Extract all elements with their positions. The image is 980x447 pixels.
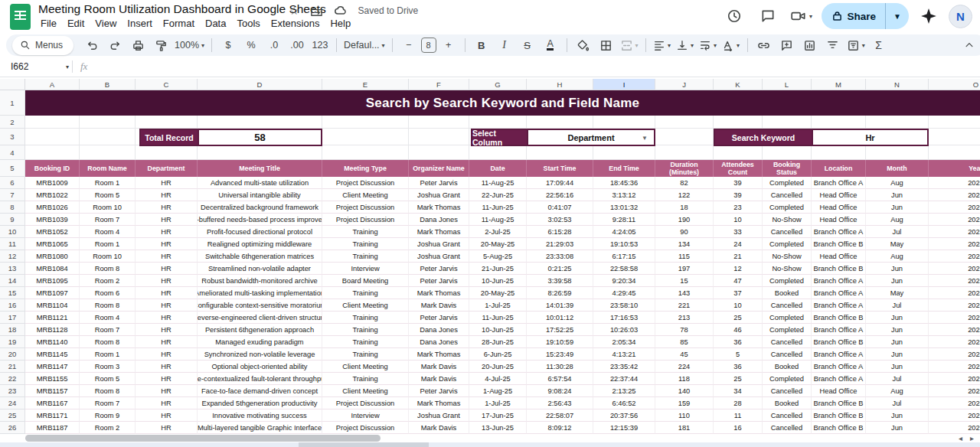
cell[interactable]: 6:46:52: [593, 397, 655, 409]
cell[interactable]: Room 6: [80, 287, 136, 299]
cell[interactable]: Training: [322, 348, 409, 361]
cell[interactable]: 13:01:32: [593, 201, 655, 214]
undo-button[interactable]: [81, 36, 103, 54]
cell[interactable]: Jun: [866, 336, 929, 348]
cell[interactable]: Branch Office B: [812, 397, 866, 409]
cell[interactable]: Cancelled: [763, 336, 812, 348]
cell[interactable]: No-Show: [763, 214, 812, 226]
column-header-C[interactable]: C: [136, 79, 198, 90]
italic-button[interactable]: I: [494, 36, 515, 54]
table-header-attendees-count[interactable]: Attendees Count: [714, 160, 763, 177]
cell[interactable]: Jul: [866, 397, 929, 409]
cell[interactable]: 2:13:25: [593, 385, 655, 397]
scroll-right-icon[interactable]: ▸: [970, 434, 974, 442]
cell[interactable]: 10-Jun-25: [469, 324, 527, 336]
cell[interactable]: 2025: [929, 214, 980, 226]
cell[interactable]: Jun: [866, 275, 929, 287]
cell[interactable]: No-Show: [763, 250, 812, 263]
cell[interactable]: 36: [714, 336, 763, 348]
cell[interactable]: Mark Thomas: [409, 397, 469, 409]
cell[interactable]: 10:01:12: [527, 312, 593, 324]
cell[interactable]: Room 1: [80, 177, 136, 189]
formula-input[interactable]: [87, 57, 980, 77]
row-header-20[interactable]: 20: [0, 348, 25, 361]
cell[interactable]: Optional object-oriented ability: [198, 361, 322, 373]
row-header-4[interactable]: 4: [0, 145, 25, 160]
cell[interactable]: MRB1039: [25, 214, 80, 226]
select-all-corner[interactable]: [0, 79, 25, 90]
menu-help[interactable]: Help: [325, 16, 356, 31]
cell[interactable]: Training: [322, 238, 409, 250]
cell[interactable]: HR: [136, 397, 198, 409]
row-header-12[interactable]: 12: [0, 250, 25, 263]
cell[interactable]: 20:37:56: [593, 409, 655, 422]
table-header-meeting-title[interactable]: Meeting Title: [198, 160, 322, 177]
cell[interactable]: 22:37:44: [593, 373, 655, 385]
row-header-3[interactable]: 3: [0, 129, 25, 145]
row-header-10[interactable]: 10: [0, 226, 25, 238]
cell[interactable]: May: [866, 238, 929, 250]
vertical-align-button[interactable]: ▾: [675, 36, 696, 54]
menu-file[interactable]: File: [35, 16, 62, 31]
cell[interactable]: MRB1171: [25, 409, 80, 422]
cell[interactable]: Room 7: [80, 214, 136, 226]
row-header-23[interactable]: 23: [0, 385, 25, 397]
menu-data[interactable]: Data: [200, 16, 231, 31]
table-header-department[interactable]: Department: [136, 160, 198, 177]
cell[interactable]: 2025: [929, 177, 980, 189]
cell[interactable]: 18: [655, 201, 714, 214]
cell[interactable]: Dana Jones: [409, 336, 469, 348]
cell[interactable]: 115: [655, 250, 714, 263]
cell[interactable]: Branch Office A: [812, 361, 866, 373]
cell[interactable]: Jul: [866, 373, 929, 385]
cell[interactable]: 2025: [929, 238, 980, 250]
cell[interactable]: Interview: [322, 409, 409, 422]
cell[interactable]: Booked: [763, 397, 812, 409]
cell[interactable]: Re-contextualized fault-tolerant through…: [198, 373, 322, 385]
meet-video-icon[interactable]: ▾: [788, 4, 815, 28]
table-header-room-name[interactable]: Room Name: [80, 160, 136, 177]
cell[interactable]: Joshua Grant: [409, 189, 469, 201]
font-size-input[interactable]: 8: [421, 38, 436, 53]
row-header-16[interactable]: 16: [0, 299, 25, 312]
cell[interactable]: 2-Jul-25: [469, 226, 527, 238]
cell[interactable]: 140: [655, 385, 714, 397]
cell[interactable]: 12: [714, 263, 763, 275]
cell[interactable]: Branch Office A: [812, 177, 866, 189]
cell[interactable]: 2025: [929, 263, 980, 275]
row-header-18[interactable]: 18: [0, 324, 25, 336]
column-header-N[interactable]: N: [866, 79, 929, 90]
cell[interactable]: MRB1052: [25, 226, 80, 238]
cell[interactable]: Training: [322, 312, 409, 324]
cell[interactable]: 2:56:43: [527, 397, 593, 409]
cell[interactable]: 10:26:03: [593, 324, 655, 336]
cell[interactable]: Streamlined non-volatile adapter: [198, 263, 322, 275]
cell[interactable]: 21:29:03: [527, 238, 593, 250]
cell[interactable]: 20-May-25: [469, 287, 527, 299]
menu-tools[interactable]: Tools: [231, 16, 265, 31]
font-select[interactable]: Defaul...▾: [342, 36, 387, 54]
row-header-9[interactable]: 9: [0, 214, 25, 226]
cell[interactable]: 19:10:59: [527, 336, 593, 348]
cell[interactable]: MRB1080: [25, 250, 80, 263]
cell[interactable]: Jun: [866, 324, 929, 336]
cell[interactable]: Room 8: [80, 385, 136, 397]
cell[interactable]: 14:01:39: [527, 299, 593, 312]
cell[interactable]: Peter Jarvis: [409, 385, 469, 397]
cell[interactable]: MRB1097: [25, 287, 80, 299]
cell[interactable]: MRB1095: [25, 275, 80, 287]
cell[interactable]: Aug: [866, 250, 929, 263]
cell[interactable]: 2025: [929, 422, 980, 434]
cell[interactable]: 34: [714, 385, 763, 397]
cell[interactable]: 46: [714, 324, 763, 336]
row-header-17[interactable]: 17: [0, 312, 25, 324]
cell[interactable]: 23:58:10: [593, 299, 655, 312]
cell[interactable]: Cancelled: [763, 422, 812, 434]
cell[interactable]: Room 8: [80, 299, 136, 312]
currency-format-button[interactable]: $: [217, 36, 239, 54]
cell[interactable]: 16: [714, 422, 763, 434]
cell[interactable]: 23:35:42: [593, 361, 655, 373]
cell[interactable]: 2025: [929, 336, 980, 348]
text-wrap-button[interactable]: ▾: [697, 36, 719, 54]
cell[interactable]: HR: [136, 177, 198, 189]
